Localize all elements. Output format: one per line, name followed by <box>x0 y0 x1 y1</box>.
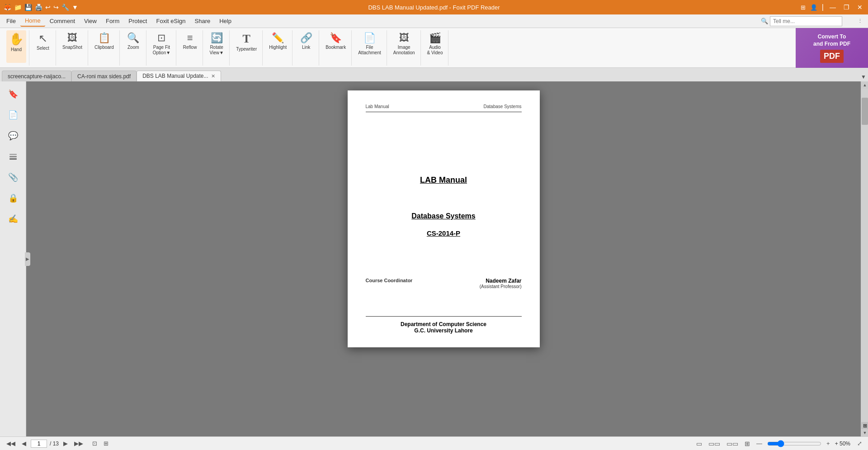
clipboard-group: 📋 Clipboard <box>89 30 120 66</box>
svg-rect-1 <box>9 156 17 157</box>
main-area: 🔖 📄 💬 📎 🔒 ✍ ▶ Lab Manual Database System… <box>0 81 868 436</box>
select-icon: ↖ <box>38 32 47 45</box>
app-logo[interactable]: 🦊 <box>4 4 11 11</box>
highlight-group: ✏️ Highlight <box>264 30 292 66</box>
pdf-header-left: Lab Manual <box>366 104 389 109</box>
audiovideo-button[interactable]: 🎬 Audio& Video <box>425 30 446 63</box>
link-icon: 🔗 <box>300 32 312 44</box>
pagefit-label: Page FitOption▼ <box>153 45 170 56</box>
zoom-slider[interactable] <box>767 440 821 447</box>
zoom-level: + 50% <box>835 441 850 447</box>
clipboard-button[interactable]: 📋 Clipboard <box>92 30 117 63</box>
bookmark-button[interactable]: 🔖 Bookmark <box>323 30 349 63</box>
fit-window-button[interactable]: ⤢ <box>856 440 863 447</box>
zoom-out-button[interactable]: — <box>755 440 764 447</box>
fileattachment-button[interactable]: 📄 FileAttachment <box>355 30 384 63</box>
user-icon[interactable]: 👤 <box>810 4 817 11</box>
typewriter-button[interactable]: T Typewriter <box>233 30 259 63</box>
two-page-view[interactable]: ⊞ <box>743 440 751 447</box>
select-button[interactable]: ↖ Select <box>33 30 53 63</box>
more-icon[interactable]: ▼ <box>72 4 78 11</box>
tab-screencapture[interactable]: screencapture-naijaco... <box>2 71 71 81</box>
menu-home[interactable]: Home <box>20 15 45 27</box>
sidebar-security-button[interactable]: 🔒 <box>4 189 22 207</box>
menu-options-icon[interactable]: ⋮ <box>858 18 866 24</box>
title-bar: 🦊 📁 💾 🖨️ ↩ ↪ 🔧 ▼ DBS LAB Manual Updated.… <box>0 0 868 14</box>
prev-page-button[interactable]: ◀ <box>20 440 28 447</box>
fit-page-button[interactable]: ⊡ <box>90 440 99 447</box>
customize-icon[interactable]: 🔧 <box>61 4 69 11</box>
clipboard-label: Clipboard <box>94 45 114 50</box>
sidebar-sign-button[interactable]: ✍ <box>4 210 22 228</box>
tell-me-input[interactable] <box>770 16 842 26</box>
scroll-track[interactable] <box>861 89 868 422</box>
two-col-odd-view[interactable]: ▭▭ <box>707 440 722 447</box>
sidebar-bookmark-button[interactable]: 🔖 <box>4 85 22 103</box>
zoom-in-button[interactable]: + <box>825 440 831 447</box>
close-button[interactable]: ✕ <box>855 4 864 11</box>
sidebar-layers-button[interactable] <box>4 147 22 166</box>
scroll-page-down[interactable]: ⊞ <box>861 422 868 429</box>
last-page-button[interactable]: ▶▶ <box>72 440 85 447</box>
rotate-label: RotateView▼ <box>209 45 223 56</box>
print-icon[interactable]: 🖨️ <box>35 4 42 11</box>
snapshot-button[interactable]: 🖼 SnapShot <box>60 30 85 63</box>
tab-label-dbs: DBS LAB Manual Update... <box>142 73 208 79</box>
convert-banner[interactable]: Convert To and From PDF PDF <box>796 28 868 68</box>
open-icon[interactable]: 📁 <box>14 4 22 11</box>
search-icon: 🔍 <box>761 18 768 24</box>
pagefit-button[interactable]: ⊡ Page FitOption▼ <box>150 30 173 63</box>
single-page-view[interactable]: ▭ <box>695 440 703 447</box>
sidebar-expand-button[interactable]: ▶ <box>25 252 30 266</box>
snapshot-icon: 🖼 <box>67 32 77 44</box>
two-col-even-view[interactable]: ▭▭ <box>725 440 740 447</box>
reflow-button[interactable]: ≡ Reflow <box>180 30 200 63</box>
scroll-down-button[interactable]: ▼ <box>861 429 868 436</box>
menu-form[interactable]: Form <box>101 16 124 26</box>
redo-icon[interactable]: ↪ <box>53 4 59 11</box>
hand-icon: ✋ <box>9 32 24 46</box>
tab-close-dbs[interactable]: ✕ <box>211 73 215 79</box>
menu-share[interactable]: Share <box>190 16 215 26</box>
sidebar-pages-button[interactable]: 📄 <box>4 106 22 124</box>
menu-foxit-esign[interactable]: Foxit eSign <box>151 16 190 26</box>
first-page-button[interactable]: ◀◀ <box>5 440 17 447</box>
menu-help[interactable]: Help <box>215 16 236 26</box>
typewriter-label: Typewriter <box>236 47 257 52</box>
save-icon[interactable]: 💾 <box>24 4 32 11</box>
pagefit-icon: ⊡ <box>157 32 165 44</box>
scroll-thumb[interactable] <box>862 98 868 125</box>
sidebar-comment-button[interactable]: 💬 <box>4 127 22 145</box>
rotate-group: 🔄 RotateView▼ <box>204 30 230 66</box>
menu-protect[interactable]: Protect <box>124 16 151 26</box>
highlight-button[interactable]: ✏️ Highlight <box>266 30 289 63</box>
audiovideo-label: Audio& Video <box>427 45 443 56</box>
svg-rect-0 <box>9 158 17 160</box>
menu-file[interactable]: File <box>2 16 20 26</box>
link-button[interactable]: 🔗 Link <box>296 30 316 63</box>
hand-group: ✋ Hand <box>4 30 29 66</box>
menu-bar: File Home Comment View Form Protect Foxi… <box>0 14 868 28</box>
typewriter-group: T Typewriter <box>231 30 263 66</box>
menu-comment[interactable]: Comment <box>45 16 80 26</box>
tab-dropdown-arrow[interactable]: ▼ <box>861 74 866 80</box>
tab-dbs[interactable]: DBS LAB Manual Update... ✕ <box>137 71 221 81</box>
next-page-button[interactable]: ▶ <box>61 440 70 447</box>
scroll-up-button[interactable]: ▲ <box>861 81 868 89</box>
rotate-button[interactable]: 🔄 RotateView▼ <box>207 30 226 63</box>
zoom-button[interactable]: 🔍 Zoom <box>123 30 143 63</box>
hand-button[interactable]: ✋ Hand <box>6 30 26 63</box>
fit-width-button[interactable]: ⊞ <box>102 440 110 447</box>
window-grid-icon[interactable]: ⊞ <box>801 4 806 11</box>
imageannotation-icon: 🖼 <box>399 32 409 44</box>
imageannotation-button[interactable]: 🖼 ImageAnnotation <box>391 30 418 63</box>
page-number-input[interactable] <box>31 440 47 448</box>
sidebar-attachment-button[interactable]: 📎 <box>4 168 22 186</box>
undo-icon[interactable]: ↩ <box>45 4 51 11</box>
restore-button[interactable]: ❐ <box>842 4 851 11</box>
menu-view[interactable]: View <box>80 16 101 26</box>
pdf-main-title: LAB Manual <box>420 175 467 185</box>
tab-caroni[interactable]: CA-roni max sides.pdf <box>71 71 137 81</box>
fileattachment-icon: 📄 <box>363 32 376 44</box>
minimize-button[interactable]: — <box>828 4 837 11</box>
